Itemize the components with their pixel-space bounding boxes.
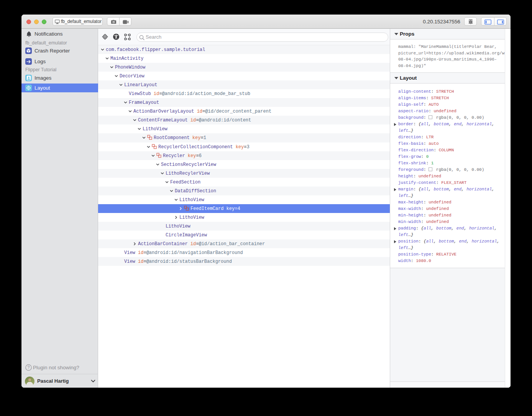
svg-text:?: ?: [28, 365, 30, 370]
